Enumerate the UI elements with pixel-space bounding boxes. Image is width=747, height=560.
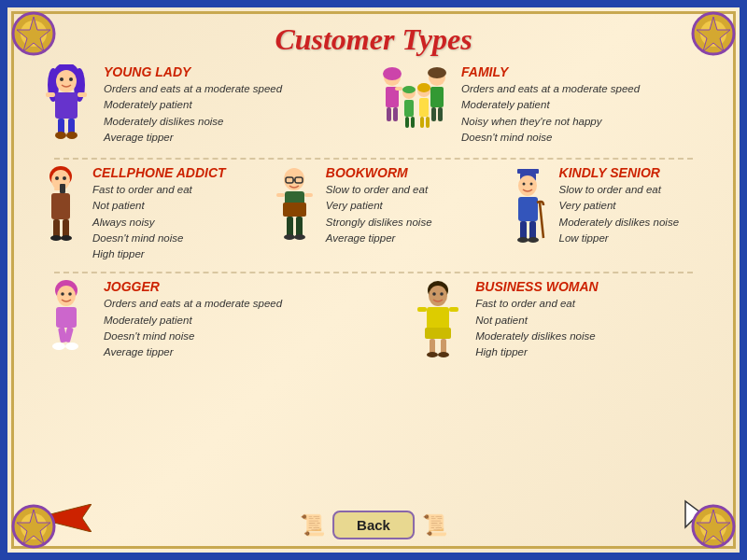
svg-rect-40 [405,117,409,128]
svg-point-80 [528,237,539,243]
kindly-senior-name: KINDLY SENIOR [559,165,679,180]
kindly-senior-info: KINDLY SENIOR Slow to order and eat Very… [559,165,679,246]
svg-rect-97 [425,328,451,339]
young-lady-info: YOUNG LADY Orders and eats at a moderate… [104,64,282,146]
business-woman-t1: Fast to order and eat [475,296,598,312]
young-lady-trait-3: Moderately dislikes noise [104,114,282,130]
svg-rect-33 [430,87,444,107]
svg-point-93 [440,292,444,296]
svg-point-101 [438,352,449,357]
svg-point-56 [50,235,62,241]
svg-point-68 [284,234,295,240]
bookworm-avatar [269,165,320,254]
svg-point-82 [57,286,76,306]
svg-point-24 [66,132,78,139]
business-woman-info: BUSINESS WOMAN Fast to order and eat Not… [475,279,598,360]
svg-point-79 [517,237,529,243]
svg-point-57 [61,235,72,241]
jogger-info: JOGGER Orders and eats at a moderate spe… [104,279,282,360]
cellphone-addict-t2: Not patient [92,198,226,214]
svg-point-32 [428,67,446,78]
business-woman-name: BUSINESS WOMAN [475,279,598,294]
svg-rect-65 [283,203,306,217]
main-container: Customer Types [0,0,747,560]
cellphone-addict-t5: High tipper [92,246,226,262]
kindly-senior-t2: Very patient [559,198,679,214]
family-name: FAMILY [461,64,640,79]
row-2: CELLPHONE ADDICT Fast to order and eat N… [35,165,712,262]
svg-rect-28 [395,87,402,91]
svg-rect-39 [404,100,414,117]
svg-rect-99 [441,339,446,354]
business-woman-t3: Moderately dislikes noise [475,329,598,344]
cellphone-addict-t3: Always noisy [92,215,226,231]
svg-rect-98 [430,339,435,354]
family-info: FAMILY Orders and eats at a moderate spe… [458,64,640,146]
page-title: Customer Types [7,7,740,64]
svg-point-89 [65,343,78,350]
svg-rect-45 [420,117,424,128]
svg-point-26 [383,67,402,80]
svg-rect-20 [78,92,87,97]
cellphone-addict-avatar [35,165,87,254]
young-lady-card: YOUNG LADY Orders and eats at a moderate… [35,64,340,148]
svg-rect-77 [520,221,527,240]
young-lady-trait-1: Orders and eats at a moderate speed [104,81,282,97]
svg-line-76 [540,203,543,238]
svg-rect-75 [518,197,538,221]
young-lady-trait-2: Moderately patient [104,97,282,113]
svg-rect-63 [276,193,285,197]
jogger-t2: Moderately patient [104,313,282,329]
svg-rect-35 [431,107,436,121]
svg-rect-85 [56,307,77,328]
svg-rect-30 [393,107,398,121]
young-lady-avatar [35,64,96,148]
back-button[interactable]: Back [332,511,415,539]
business-woman-card: BUSINESS WOMAN Fast to order and eat Not… [407,279,712,363]
svg-point-100 [427,352,438,357]
bookworm-card: BOOKWORM Slow to order and eat Very pati… [269,165,478,262]
svg-point-92 [432,292,436,296]
svg-point-50 [63,176,66,180]
divider-1 [54,158,693,160]
family-trait-4: Doesn't mind noise [461,130,640,146]
svg-point-38 [402,86,416,93]
young-lady-trait-4: Average tipper [104,130,282,146]
bookworm-t3: Strongly dislikes noise [326,215,432,231]
svg-rect-55 [63,219,69,238]
jogger-card: JOGGER Orders and eats at a moderate spe… [35,279,340,363]
business-woman-t4: High tipper [475,344,598,360]
back-button-area[interactable]: 📜 Back 📜 [300,511,447,539]
jogger-avatar [35,279,96,363]
jogger-t4: Average tipper [104,344,282,360]
cellphone-addict-card: CELLPHONE ADDICT Fast to order and eat N… [35,165,245,262]
cellphone-addict-t1: Fast to order and eat [92,182,226,198]
svg-rect-95 [417,307,427,312]
family-trait-2: Moderately patient [461,97,640,113]
family-avatar [374,64,458,148]
bookworm-t4: Average tipper [326,231,432,246]
svg-point-43 [417,83,430,92]
svg-rect-96 [449,307,458,312]
svg-point-69 [294,234,305,240]
svg-rect-46 [426,117,430,128]
kindly-senior-t1: Slow to order and eat [559,182,679,198]
svg-point-88 [52,343,65,350]
svg-point-15 [56,70,77,92]
family-trait-3: Noisy when they're not happy [461,114,640,130]
svg-point-73 [522,183,525,186]
svg-rect-66 [287,217,293,237]
corner-decoration-tl [9,9,58,58]
svg-point-16 [60,77,63,81]
svg-point-83 [61,292,64,296]
cellphone-addict-info: CELLPHONE ADDICT Fast to order and eat N… [92,165,226,262]
young-lady-name: YOUNG LADY [104,64,282,79]
svg-rect-41 [411,117,415,128]
scroll-left-decoration: 📜 [300,513,325,538]
jogger-t3: Doesn't mind noise [104,329,282,344]
kindly-senior-avatar [502,165,554,254]
row-3: JOGGER Orders and eats at a moderate spe… [35,279,712,363]
svg-point-17 [69,77,73,81]
divider-2 [54,272,693,273]
kindly-senior-t4: Low tipper [559,231,679,246]
